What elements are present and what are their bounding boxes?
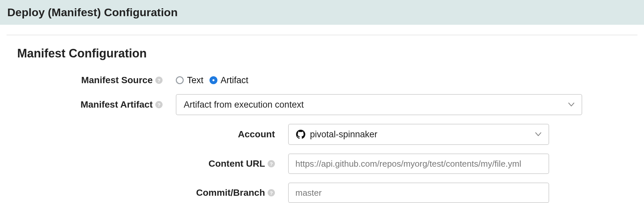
radio-artifact[interactable]: Artifact (209, 75, 248, 85)
config-panel: Manifest Configuration Manifest Source ?… (7, 25, 637, 203)
manifest-artifact-select[interactable]: Artifact from execution context (176, 94, 582, 115)
row-manifest-artifact: Manifest Artifact ? Artifact from execut… (17, 94, 627, 115)
label-text: Manifest Artifact (81, 99, 153, 110)
page-title: Deploy (Manifest) Configuration (7, 6, 637, 19)
account-value: pivotal-spinnaker (310, 129, 377, 140)
field-account: pivotal-spinnaker (288, 124, 627, 145)
label-commit-branch: Commit/Branch ? (17, 187, 288, 198)
label-manifest-artifact: Manifest Artifact ? (17, 99, 176, 110)
label-text: Content URL (208, 158, 265, 169)
form-area: Manifest Source ? Text Artifact Manifest… (7, 75, 637, 203)
row-commit-branch: Commit/Branch ? (17, 183, 627, 203)
select-value: Artifact from execution context (184, 100, 304, 110)
label-text: Commit/Branch (196, 187, 265, 198)
radio-circle-icon (209, 76, 217, 84)
divider (7, 35, 637, 35)
chevron-down-icon (535, 132, 541, 136)
field-manifest-source: Text Artifact (176, 75, 627, 85)
label-manifest-source: Manifest Source ? (17, 75, 176, 85)
label-account: Account (17, 129, 288, 140)
field-content-url (288, 153, 627, 174)
account-select[interactable]: pivotal-spinnaker (288, 124, 549, 145)
help-icon[interactable]: ? (268, 160, 275, 167)
radio-text-label: Text (187, 75, 204, 85)
page-header: Deploy (Manifest) Configuration (0, 0, 644, 25)
field-manifest-artifact: Artifact from execution context (176, 94, 627, 115)
section-title: Manifest Configuration (17, 47, 637, 60)
label-text: Manifest Source (81, 75, 153, 85)
radio-circle-icon (176, 76, 184, 84)
label-content-url: Content URL ? (17, 158, 288, 169)
github-icon (296, 130, 305, 139)
row-account: Account pivotal-spinnaker (17, 124, 627, 145)
account-select-content: pivotal-spinnaker (296, 129, 377, 140)
help-icon[interactable]: ? (155, 77, 163, 84)
commit-branch-input[interactable] (288, 183, 549, 203)
label-text: Account (238, 129, 275, 140)
help-icon[interactable]: ? (155, 101, 163, 108)
radio-text[interactable]: Text (176, 75, 204, 85)
row-manifest-source: Manifest Source ? Text Artifact (17, 75, 627, 85)
radio-artifact-label: Artifact (221, 75, 248, 85)
content-url-input[interactable] (288, 153, 549, 174)
row-content-url: Content URL ? (17, 153, 627, 174)
field-commit-branch (288, 183, 627, 203)
help-icon[interactable]: ? (268, 189, 275, 196)
chevron-down-icon (568, 103, 574, 107)
